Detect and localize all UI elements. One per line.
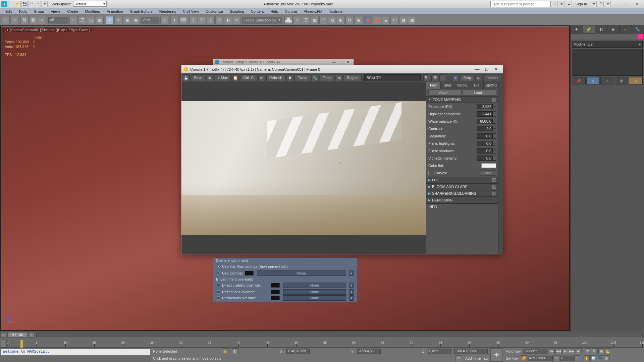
- move-button[interactable]: ✥: [106, 16, 114, 24]
- lock-selection-icon[interactable]: 🔒: [222, 348, 228, 354]
- render-setup-button[interactable]: ⚙: [345, 16, 354, 24]
- window-crossing-button[interactable]: ▦: [96, 16, 104, 24]
- time-tag-icon[interactable]: 🏷: [455, 355, 462, 361]
- menu-rendering[interactable]: Rendering: [156, 8, 180, 15]
- render-prod-button[interactable]: 🫖: [364, 16, 372, 24]
- side-tab-dr[interactable]: DR: [469, 82, 484, 89]
- listener-input[interactable]: [0, 356, 151, 362]
- bloom-enable-check[interactable]: [492, 185, 496, 189]
- lut-enable-check[interactable]: [492, 178, 496, 182]
- vfb-titlebar[interactable]: Corona 1.7 (hotfix 4) | 724×407px (1:1) …: [181, 65, 503, 73]
- env-corona-dd[interactable]: ▾: [350, 270, 354, 276]
- autokey-button[interactable]: Auto Key: [504, 349, 522, 353]
- time-config-icon[interactable]: ⏱: [553, 355, 559, 361]
- menu-grapheditors[interactable]: Graph Editors: [126, 8, 156, 15]
- curves-check[interactable]: [428, 171, 432, 175]
- menu-scripting[interactable]: Scripting: [226, 8, 248, 15]
- tint-swatch[interactable]: [481, 163, 496, 168]
- menu-views[interactable]: Views: [47, 8, 64, 15]
- trackbar-ruler[interactable]: 0510152025303540455055606570758085909510…: [7, 340, 643, 347]
- exposure-input[interactable]: 2,988: [477, 104, 493, 109]
- render-activeshade-button[interactable]: ☁: [382, 16, 390, 24]
- vfb-region-icon[interactable]: ▭: [336, 74, 342, 81]
- nav-maxtoggle-icon[interactable]: ▦: [604, 355, 610, 361]
- exchange-icon[interactable]: ⇄: [591, 1, 597, 7]
- coord-x-input[interactable]: 1948,316cm: [286, 349, 310, 354]
- render-iterative-button[interactable]: 🫖: [373, 16, 381, 24]
- align-button[interactable]: ≡: [293, 16, 301, 24]
- add-time-tag[interactable]: Add Time Tag: [465, 356, 488, 360]
- modifier-stack[interactable]: [572, 49, 643, 76]
- snap-percent-button[interactable]: %: [215, 16, 223, 24]
- cmd-tab-create[interactable]: ✚: [571, 25, 583, 33]
- highlight-input[interactable]: 1,441: [477, 111, 493, 117]
- nav-fov-icon[interactable]: 📐: [605, 348, 611, 354]
- coord-z-input[interactable]: 0,0cm: [428, 349, 451, 354]
- menu-tools[interactable]: Tools: [15, 8, 31, 15]
- macro-recorder-button[interactable]: ✚: [490, 348, 502, 362]
- next-frame-button[interactable]: ▶▶: [569, 348, 575, 354]
- vfb-save-dd-icon[interactable]: 💾: [183, 74, 190, 81]
- isolate-icon[interactable]: ◐: [232, 348, 238, 354]
- vfb-copy-icon[interactable]: 📋: [232, 74, 239, 81]
- env-corona-map[interactable]: None: [257, 270, 346, 276]
- menu-animation[interactable]: Animation: [103, 8, 126, 15]
- curves-editor-button[interactable]: Editor...: [480, 170, 496, 176]
- nav-zoom-icon[interactable]: 🔍: [585, 348, 591, 354]
- placement-button[interactable]: ◉: [132, 16, 140, 24]
- nav-walk-icon[interactable]: 👣: [597, 355, 603, 361]
- nav-orbit-icon[interactable]: 🔄: [590, 355, 596, 361]
- env-usecorona-radio[interactable]: [217, 272, 220, 275]
- qat-new-icon[interactable]: ▫: [8, 1, 14, 7]
- menu-illustrate[interactable]: Illustrate!: [325, 8, 347, 15]
- coord-y-input[interactable]: -18804,56: [357, 349, 381, 354]
- search-input[interactable]: Type a keyword or phrase: [490, 1, 551, 7]
- rotate-button[interactable]: ⟳: [114, 16, 122, 24]
- vfb-image-area[interactable]: ↖: [181, 82, 426, 254]
- contrast-spinner[interactable]: [493, 126, 496, 131]
- vfb-stop-icon[interactable]: ■: [452, 74, 459, 81]
- show-end-result-button[interactable]: ▯: [586, 77, 600, 84]
- section-info[interactable]: INFO: [426, 203, 498, 210]
- nav-zoomall-icon[interactable]: 🔍: [592, 348, 598, 354]
- time-config2-icon[interactable]: ⏲: [574, 355, 580, 361]
- vfb-minimize[interactable]: —: [473, 66, 482, 72]
- side-tab-post[interactable]: Post: [426, 82, 441, 89]
- env-refl-dd[interactable]: ▾: [350, 289, 354, 295]
- close-button[interactable]: ✕: [633, 1, 642, 7]
- vfb-maximize[interactable]: □: [482, 66, 491, 72]
- cmd-tab-display[interactable]: ▭: [620, 25, 632, 33]
- select-manipulate-button[interactable]: ✦: [170, 16, 178, 24]
- section-sharp[interactable]: ▶SHARPENING/BLURRING: [426, 190, 498, 197]
- render-setup-window[interactable]: Render Setup: Corona 1.7 (hotfix 4) — □ …: [213, 59, 354, 65]
- vfb-erase-button[interactable]: Erase: [294, 74, 310, 81]
- link-button[interactable]: ⛓: [20, 16, 29, 24]
- env-refr-check[interactable]: [217, 296, 220, 300]
- section-tone-mapping[interactable]: ▼TONE MAPPING✓: [426, 96, 498, 103]
- env-refl-check[interactable]: [217, 290, 220, 294]
- help-icon[interactable]: ?: [598, 1, 604, 7]
- render-last-button[interactable]: ▦: [408, 16, 416, 24]
- filmsh-input[interactable]: 0,0: [477, 148, 493, 154]
- vfb-zoomfit-icon[interactable]: 🔍: [423, 74, 430, 81]
- rendered-fb-button[interactable]: ▣: [354, 16, 362, 24]
- vfb-tools-button[interactable]: Tools: [320, 74, 334, 81]
- undo-button[interactable]: ↶: [2, 16, 10, 24]
- trackbar-caret[interactable]: [20, 340, 23, 348]
- env-refr-swatch[interactable]: [271, 296, 280, 300]
- subs-icon[interactable]: ★: [559, 1, 565, 7]
- vfb-tomax-button[interactable]: > Max: [215, 74, 231, 81]
- vfb-side-scrollbar[interactable]: [498, 82, 503, 254]
- pin-stack-button[interactable]: 📌: [572, 77, 586, 84]
- maximize-button[interactable]: □: [622, 1, 632, 7]
- qat-undo-icon[interactable]: ↶: [28, 1, 34, 7]
- wb-spinner[interactable]: [493, 119, 496, 124]
- side-tab-stats[interactable]: Stats: [441, 82, 455, 89]
- bind-spacewarp-button[interactable]: ≈: [38, 16, 46, 24]
- unlink-button[interactable]: ⛓̸: [29, 16, 37, 24]
- infocenter-icon[interactable]: ⊞: [552, 1, 558, 7]
- ts-frame-display[interactable]: 0 / 100: [7, 332, 28, 338]
- named-sel-combo[interactable]: Create Selection Se▾: [242, 17, 282, 23]
- nav-pan-icon[interactable]: ✋: [584, 355, 590, 361]
- section-bloom[interactable]: ▶BLOOM AND GLARE: [426, 183, 498, 190]
